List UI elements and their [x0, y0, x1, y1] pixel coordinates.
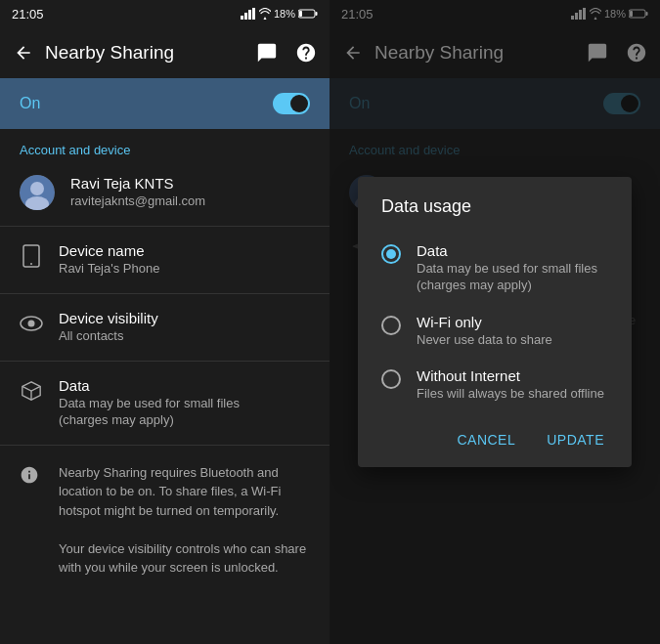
eye-icon-left	[20, 312, 43, 335]
radio-wifi-text: Wi-Fi only Never use data to share	[417, 314, 608, 349]
radio-offline-subtitle: Files will always be shared offline	[417, 386, 608, 403]
signal-icon	[241, 8, 256, 20]
divider-2-left	[0, 293, 330, 294]
data-text-left: Data Data may be used for small files(ch…	[59, 377, 310, 429]
svg-rect-1	[244, 13, 247, 20]
update-button[interactable]: UPDATE	[535, 424, 616, 455]
battery-text-left: 18%	[274, 8, 295, 20]
device-name-item-left[interactable]: Device name Ravi Teja's Phone	[0, 231, 330, 289]
toolbar-left: Nearby Sharing	[0, 27, 330, 78]
radio-wifi-option[interactable]: Wi-Fi only Never use data to share	[358, 304, 632, 359]
svg-rect-3	[252, 8, 255, 20]
svg-rect-2	[248, 10, 251, 20]
radio-data-subtitle: Data may be used for small files (charge…	[417, 261, 608, 294]
toolbar-icons-left	[255, 41, 318, 64]
svg-rect-5	[316, 12, 318, 16]
divider-4-left	[0, 445, 330, 446]
avatar-left	[20, 175, 55, 210]
device-name-text-left: Device name Ravi Teja's Phone	[59, 242, 310, 278]
info-text-1-left: Nearby Sharing requires Bluetooth and lo…	[59, 463, 310, 578]
device-visibility-item-left[interactable]: Device visibility All contacts	[0, 298, 330, 357]
chat-icon-left[interactable]	[255, 41, 279, 64]
svg-rect-6	[299, 11, 302, 17]
dialog-actions: CANCEL UPDATE	[358, 412, 632, 459]
status-icons-left: 18%	[241, 8, 318, 20]
account-text-left: Ravi Teja KNTS ravitejaknts@gmail.com	[70, 175, 310, 210]
section-header-left: Account and device	[0, 129, 330, 163]
radio-offline-option[interactable]: Without Internet Files will always be sh…	[358, 358, 632, 412]
svg-rect-0	[241, 16, 243, 20]
radio-data-title: Data	[417, 242, 608, 259]
left-panel: 21:05 18% Nearby Shar	[0, 0, 330, 644]
radio-offline-text: Without Internet Files will always be sh…	[417, 367, 608, 403]
back-button-left[interactable]	[12, 41, 35, 64]
info-text-1-content-left: Nearby Sharing requires Bluetooth and lo…	[59, 465, 281, 518]
device-visibility-text-left: Device visibility All contacts	[59, 310, 310, 345]
info-block-left: Nearby Sharing requires Bluetooth and lo…	[0, 450, 330, 591]
data-subtitle-left: Data may be used for small files(charges…	[59, 396, 310, 429]
svg-point-13	[28, 320, 35, 326]
toggle-left[interactable]	[273, 93, 310, 114]
account-name-left: Ravi Teja KNTS	[70, 175, 310, 192]
radio-data-option[interactable]: Data Data may be used for small files (c…	[358, 233, 632, 304]
on-bar-left[interactable]: On	[0, 78, 330, 129]
divider-3-left	[0, 361, 330, 362]
data-icon-left	[20, 379, 43, 403]
dialog-title: Data usage	[358, 196, 632, 233]
account-email-left: ravitejaknts@gmail.com	[70, 193, 310, 210]
data-item-left[interactable]: Data Data may be used for small files(ch…	[0, 365, 330, 441]
device-name-title-left: Device name	[59, 242, 310, 259]
device-visibility-title-left: Device visibility	[59, 310, 310, 326]
battery-icon-left	[298, 9, 318, 19]
radio-offline-circle[interactable]	[381, 369, 401, 389]
svg-point-11	[30, 263, 32, 265]
on-label-left: On	[20, 95, 40, 112]
radio-offline-title: Without Internet	[417, 367, 608, 384]
data-usage-dialog: Data usage Data Data may be used for sma…	[358, 177, 632, 468]
radio-wifi-title: Wi-Fi only	[417, 314, 608, 330]
account-item-left[interactable]: Ravi Teja KNTS ravitejaknts@gmail.com	[0, 163, 330, 222]
radio-data-text: Data Data may be used for small files (c…	[417, 242, 608, 294]
help-icon-left[interactable]	[294, 41, 318, 64]
device-name-subtitle-left: Ravi Teja's Phone	[59, 261, 310, 278]
data-title-left: Data	[59, 377, 310, 394]
device-visibility-subtitle-left: All contacts	[59, 328, 310, 345]
time-left: 21:05	[12, 7, 44, 21]
page-title-left: Nearby Sharing	[45, 42, 245, 64]
svg-point-8	[30, 182, 44, 195]
phone-icon-left	[20, 244, 43, 268]
radio-data-circle[interactable]	[381, 244, 401, 264]
radio-wifi-circle[interactable]	[381, 316, 401, 335]
wifi-icon	[259, 8, 271, 20]
right-panel: 21:05 18% Nearby Shar	[330, 0, 660, 644]
radio-wifi-subtitle: Never use data to share	[417, 332, 608, 349]
divider-1-left	[0, 226, 330, 227]
info-text-2-content-left: Your device visibility controls who can …	[59, 541, 306, 576]
status-bar-left: 21:05 18%	[0, 0, 330, 27]
dialog-overlay: Data usage Data Data may be used for sma…	[330, 0, 660, 644]
info-icon-left	[20, 465, 43, 485]
cancel-button[interactable]: CANCEL	[445, 424, 527, 455]
